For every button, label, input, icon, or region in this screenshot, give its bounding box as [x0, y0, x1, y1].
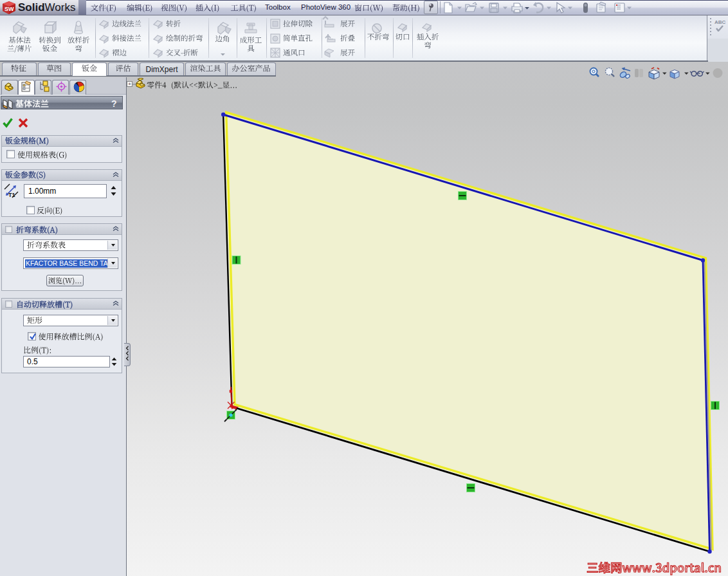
- svg-text:SW: SW: [5, 6, 14, 12]
